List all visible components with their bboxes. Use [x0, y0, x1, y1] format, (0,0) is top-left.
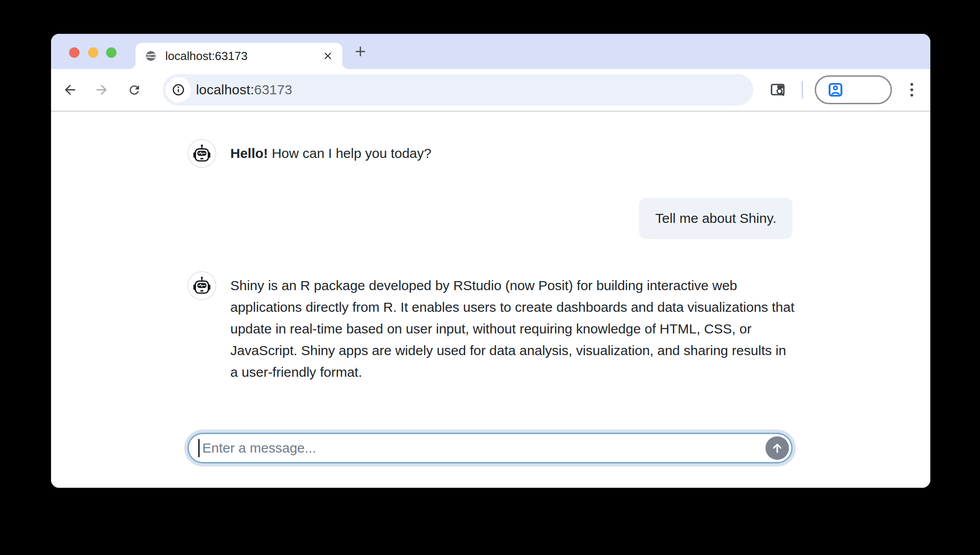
chat-column: Hello! How can I help you today? Tell me… [187, 113, 793, 488]
robot-avatar-icon [187, 139, 216, 168]
assistant-message-text: Shiny is an R package developed by RStud… [230, 275, 795, 383]
assistant-message-text: Hello! How can I help you today? [230, 143, 795, 164]
reload-icon[interactable] [124, 80, 144, 100]
browser-toolbar: localhost:63173 [51, 69, 930, 112]
profile-button[interactable] [815, 75, 892, 104]
forward-icon[interactable] [92, 80, 112, 100]
assistant-message: Hello! How can I help you today? [187, 139, 795, 168]
back-icon[interactable] [60, 80, 80, 100]
globe-favicon-icon [145, 50, 157, 62]
assistant-message: Shiny is an R package developed by RStud… [187, 271, 795, 383]
tab-strip: localhost:63173 [51, 34, 930, 69]
tab-title: localhost:63173 [165, 49, 320, 63]
send-button[interactable] [765, 436, 789, 460]
message-composer [187, 433, 793, 463]
url-text: localhost:63173 [196, 74, 292, 106]
window-zoom-button[interactable] [106, 47, 117, 58]
arrow-up-icon [770, 441, 784, 455]
window-close-button[interactable] [69, 47, 79, 58]
site-info-icon[interactable] [166, 77, 191, 102]
toolbar-divider [802, 81, 803, 99]
message-input[interactable] [187, 433, 793, 463]
menu-kebab-icon[interactable] [902, 80, 922, 100]
browser-window: localhost:63173 [51, 34, 930, 488]
profile-avatar-icon [827, 81, 844, 98]
user-message-text: Tell me about Shiny. [655, 211, 776, 226]
window-minimize-button[interactable] [88, 47, 98, 58]
robot-avatar-icon [187, 271, 216, 300]
address-bar[interactable]: localhost:63173 [163, 74, 753, 106]
tab-close-icon[interactable] [320, 48, 336, 64]
user-message-bubble: Tell me about Shiny. [639, 198, 793, 239]
text-caret [198, 439, 200, 457]
chat-viewport[interactable]: Hello! How can I help you today? Tell me… [51, 113, 930, 488]
browser-tab[interactable]: localhost:63173 [135, 43, 342, 69]
new-tab-button[interactable] [350, 41, 371, 62]
tab-search-icon[interactable] [767, 79, 789, 101]
